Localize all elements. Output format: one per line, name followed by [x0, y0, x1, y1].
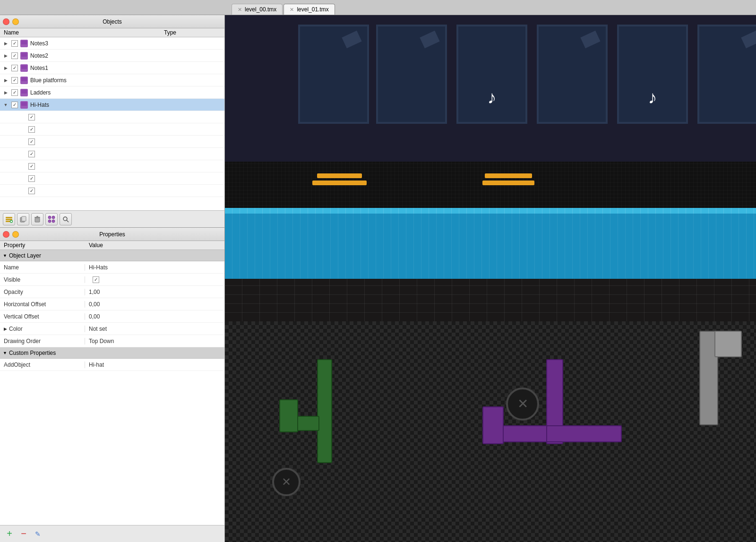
child-checkbox-4[interactable]: [28, 151, 35, 157]
brick-row: [225, 279, 756, 321]
expand-notes2[interactable]: ▶: [2, 52, 9, 60]
prop-value-color[interactable]: Not set: [85, 326, 224, 332]
prop-value-horizontal-offset[interactable]: 0,00: [85, 301, 224, 308]
game-window-1: [298, 25, 369, 124]
svg-rect-5: [10, 221, 12, 222]
layer-row-ladders[interactable]: ▶ Ladders: [0, 86, 224, 99]
checkbox-blueplatforms[interactable]: [11, 77, 18, 84]
checkbox-ladders[interactable]: [11, 89, 18, 96]
properties-minimize-button[interactable]: −: [12, 231, 19, 238]
group-layers-button[interactable]: [45, 213, 58, 225]
tab-close-level00[interactable]: ✕: [238, 7, 242, 13]
fan-bottom-left: ✕: [272, 468, 301, 496]
checkbox-notes1[interactable]: [11, 65, 18, 71]
layer-icon-hihats: [20, 101, 28, 109]
purple-pipe-elbow: [482, 406, 504, 444]
prop-name-label-color: ▶ Color: [0, 326, 85, 332]
properties-table: Property Value ▼ Object Layer Name Hi-Ha…: [0, 241, 224, 525]
svg-point-12: [52, 216, 55, 219]
objects-close-button[interactable]: ✕: [3, 18, 9, 25]
layer-icon-ladders: [20, 89, 28, 96]
delete-layer-button[interactable]: [31, 213, 43, 225]
prop-value-addobject[interactable]: Hi-hat: [85, 361, 224, 368]
objects-panel-title: Objects: [103, 18, 122, 25]
svg-rect-8: [35, 218, 40, 222]
prop-value-vertical-offset[interactable]: 0,00: [85, 313, 224, 320]
expand-hihats[interactable]: ▼: [2, 101, 9, 109]
game-window-2: [376, 25, 447, 124]
tab-close-level01[interactable]: ✕: [290, 7, 294, 13]
layer-label-notes2: Notes2: [30, 52, 223, 59]
layer-row-blueplatforms[interactable]: ▶ Blue platforms: [0, 74, 224, 86]
child-row-6[interactable]: [0, 172, 224, 185]
hihat-platform-1a: [317, 173, 362, 178]
layer-row-notes2[interactable]: ▶ Notes2: [0, 50, 224, 62]
prop-name-label-vertical-offset: Vertical Offset: [0, 313, 85, 320]
prop-row-addobject: AddObject Hi-hat: [0, 359, 224, 371]
properties-toolbar: + − ✎: [0, 525, 224, 542]
objects-list: ▶ Notes3 ▶ Notes2 ▶ Notes1: [0, 37, 224, 210]
tab-level01[interactable]: ✕ level_01.tmx: [284, 4, 335, 15]
svg-line-16: [67, 220, 69, 222]
properties-close-button[interactable]: ✕: [3, 231, 9, 238]
prop-col-headers: Property Value: [0, 241, 224, 250]
child-row-1[interactable]: [0, 111, 224, 123]
child-checkbox-3[interactable]: [28, 138, 35, 145]
prop-value-name[interactable]: Hi-Hats: [85, 264, 224, 271]
checkbox-notes3[interactable]: [11, 40, 18, 47]
tab-level00[interactable]: ✕ level_00.tmx: [232, 4, 283, 15]
layer-icon-blueplatforms: [20, 77, 28, 84]
layer-row-notes1[interactable]: ▶ Notes1: [0, 62, 224, 74]
prop-value-opacity[interactable]: 1,00: [85, 289, 224, 295]
layer-row-hihats[interactable]: ▼ Hi-Hats: [0, 99, 224, 111]
fan-center: ✕: [506, 387, 539, 421]
prop-value-visible[interactable]: [85, 276, 224, 283]
prop-section-object-layer[interactable]: ▼ Object Layer: [0, 250, 224, 261]
child-checkbox-2[interactable]: [28, 126, 35, 133]
prop-row-name: Name Hi-Hats: [0, 261, 224, 274]
prop-section-custom-collapse-icon: ▼: [3, 351, 7, 355]
gray-pipe-cap: [714, 331, 742, 357]
child-row-4[interactable]: [0, 148, 224, 160]
child-checkbox-7[interactable]: [28, 188, 35, 194]
remove-property-button[interactable]: −: [18, 528, 29, 540]
objects-minimize-button[interactable]: −: [12, 18, 19, 25]
child-row-5[interactable]: [0, 160, 224, 172]
layer-icon-notes3: [20, 40, 28, 47]
prop-name-label-name: Name: [0, 264, 85, 271]
child-row-2[interactable]: [0, 123, 224, 136]
expand-notes1[interactable]: ▶: [2, 64, 9, 72]
checkbox-hihats[interactable]: [11, 102, 18, 108]
game-window-6: [697, 25, 756, 124]
svg-rect-2: [6, 221, 10, 222]
objects-column-headers: Name Type: [0, 28, 224, 37]
music-note-2: ♪: [648, 87, 657, 108]
layer-label-notes1: Notes1: [30, 65, 223, 71]
add-layer-button[interactable]: [3, 213, 15, 225]
purple-pipe-horizontal-2: [546, 425, 622, 442]
layer-icon-notes1: [20, 64, 28, 72]
child-checkbox-6[interactable]: [28, 175, 35, 182]
expand-notes3[interactable]: ▶: [2, 40, 9, 47]
properties-panel-titlebar: ✕ − Properties: [0, 228, 224, 241]
expand-ladders[interactable]: ▶: [2, 89, 9, 96]
duplicate-layer-button[interactable]: [17, 213, 29, 225]
expand-blueplatforms[interactable]: ▶: [2, 77, 9, 84]
checkbox-notes2[interactable]: [11, 52, 18, 59]
prop-row-color[interactable]: ▶ Color Not set: [0, 323, 224, 335]
child-row-3[interactable]: [0, 136, 224, 148]
add-property-button[interactable]: +: [4, 528, 15, 540]
child-checkbox-1[interactable]: [28, 114, 35, 120]
visible-checkbox[interactable]: [93, 276, 99, 283]
scene-water: [225, 208, 756, 279]
scene-middle: [225, 162, 756, 209]
search-layers-button[interactable]: [60, 213, 72, 225]
prop-name-label-visible: Visible: [0, 276, 85, 283]
objects-panel-titlebar: ✕ − Objects: [0, 15, 224, 28]
prop-value-drawing-order[interactable]: Top Down: [85, 338, 224, 344]
child-checkbox-5[interactable]: [28, 163, 35, 170]
layer-row-notes3[interactable]: ▶ Notes3: [0, 37, 224, 50]
prop-section-custom-properties[interactable]: ▼ Custom Properties: [0, 347, 224, 359]
edit-property-button[interactable]: ✎: [32, 528, 43, 540]
child-row-7[interactable]: [0, 185, 224, 197]
